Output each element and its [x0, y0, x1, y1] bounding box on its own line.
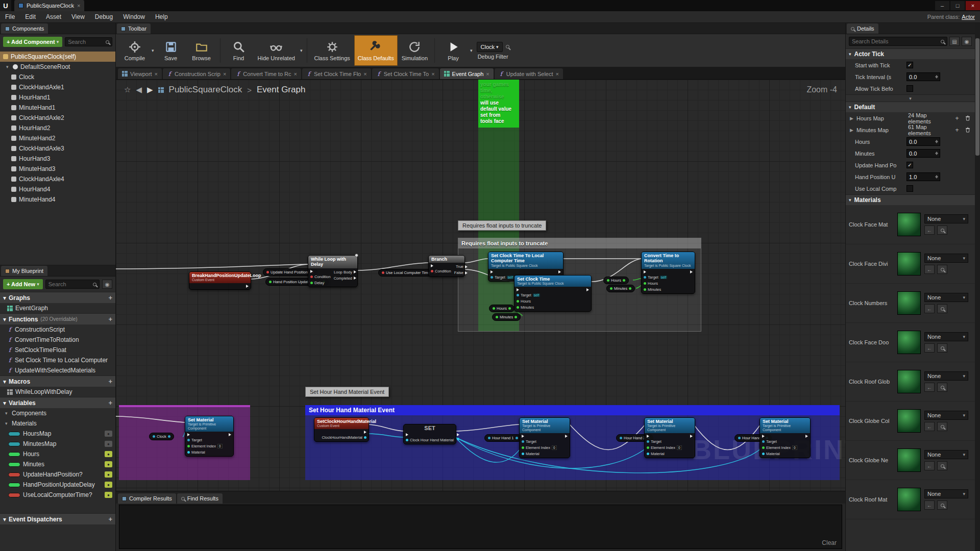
- browse-to-asset-icon[interactable]: [937, 383, 947, 392]
- tab-components[interactable]: Components: [1, 23, 48, 34]
- close-tab-icon[interactable]: ×: [556, 71, 559, 77]
- debug-object-dropdown[interactable]: Clock: [477, 42, 503, 52]
- close-tab-icon[interactable]: ×: [294, 71, 297, 77]
- event-graph-canvas[interactable]: your games time, otherwise will use defa…: [116, 80, 845, 491]
- class-defaults-button[interactable]: Class Defaults: [354, 35, 398, 66]
- find-button[interactable]: Find: [224, 35, 254, 66]
- clear-map-icon[interactable]: [964, 126, 972, 134]
- component-tree-item[interactable]: ClockHandAxle1: [0, 82, 115, 92]
- pill-hour-hand-1[interactable]: Hour Hand 1: [484, 434, 522, 442]
- menu-item[interactable]: Edit: [20, 11, 41, 22]
- variable-row[interactable]: HandPositionUpdateDelay ●: [0, 480, 115, 490]
- variable-row[interactable]: UseLocalComputerTime? ●: [0, 490, 115, 500]
- event-dispatchers-header[interactable]: ▾ Event Dispatchers +: [0, 513, 115, 524]
- macros-section-header[interactable]: ▾ Macros +: [0, 375, 115, 387]
- components-search[interactable]: [65, 37, 112, 46]
- tab-viewport[interactable]: Viewport×: [118, 68, 162, 79]
- menu-item[interactable]: Asset: [41, 11, 66, 22]
- node-set-clock-time[interactable]: Set Clock TimeTarget is Public Square Cl…: [514, 275, 592, 312]
- function-item[interactable]: f Set Clock Time to Local Computer: [0, 355, 115, 365]
- component-tree-item[interactable]: MinuteHand4: [0, 194, 115, 205]
- material-thumbnail[interactable]: [897, 370, 921, 393]
- property-matrix-icon[interactable]: ▤: [949, 37, 960, 46]
- node-set-material[interactable]: Set MaterialTarget is Primitive Componen…: [644, 417, 695, 458]
- clear-map-icon[interactable]: [964, 114, 972, 122]
- browse-to-asset-icon[interactable]: [937, 226, 947, 235]
- tab-construction-script[interactable]: fConstruction Scrip×: [163, 68, 230, 79]
- filter-eye-icon[interactable]: ◉: [102, 280, 112, 289]
- components-search-input[interactable]: [68, 39, 104, 45]
- material-thumbnail[interactable]: [897, 213, 921, 236]
- details-scrollbar[interactable]: [975, 23, 980, 551]
- close-tab-icon[interactable]: ×: [223, 71, 226, 77]
- function-item[interactable]: f ConstructionScript: [0, 324, 115, 335]
- use-selected-asset-icon[interactable]: ←: [924, 500, 935, 510]
- material-thumbnail[interactable]: [897, 409, 921, 433]
- tab-toolbar[interactable]: Toolbar: [117, 23, 151, 34]
- favorite-star-icon[interactable]: ☆: [124, 85, 131, 94]
- use-local-checkbox[interactable]: [906, 185, 913, 192]
- material-select-dropdown[interactable]: None▾: [924, 293, 968, 302]
- expander-icon[interactable]: ▶: [850, 116, 854, 121]
- hide-unrelated-button[interactable]: Hide Unrelated: [255, 35, 298, 66]
- material-select-dropdown[interactable]: None▾: [924, 450, 968, 459]
- breadcrumb-current[interactable]: Event Graph: [257, 85, 305, 95]
- menu-item[interactable]: View: [66, 11, 90, 22]
- material-select-dropdown[interactable]: None▾: [924, 411, 968, 420]
- function-item[interactable]: f UpdateWithSelectedMaterials: [0, 365, 115, 375]
- scrollbar-thumb[interactable]: [975, 38, 979, 156]
- variable-row[interactable]: Minutes ●: [0, 459, 115, 469]
- visibility-toggle-icon[interactable]: ●: [105, 441, 112, 447]
- browse-button[interactable]: Browse: [187, 35, 216, 66]
- simulation-button[interactable]: Simulation: [399, 35, 431, 66]
- hours-input[interactable]: 0.0: [906, 137, 940, 146]
- functions-section-header[interactable]: ▾ Functions (20 Overridable) +: [0, 313, 115, 324]
- pill-minutes-get[interactable]: Minutes: [606, 285, 635, 292]
- close-button[interactable]: ×: [966, 1, 980, 10]
- macro-item[interactable]: WhileLoopWithDelay: [0, 387, 115, 397]
- play-options-caret-icon[interactable]: ▾: [470, 48, 473, 53]
- expander-icon[interactable]: ▶: [850, 128, 854, 133]
- node-set-clock-hour-hand-material-event[interactable]: SetClockHourHandMaterialCustom Event Clo…: [314, 417, 369, 442]
- compile-button[interactable]: Compile: [120, 35, 150, 66]
- tab-my-blueprint[interactable]: My Blueprint: [1, 266, 47, 276]
- browse-to-asset-icon[interactable]: [937, 343, 947, 353]
- variable-row[interactable]: MinutesMap ●: [0, 439, 115, 449]
- node-branch[interactable]: Branch Condition True False: [428, 255, 465, 277]
- back-arrow-icon[interactable]: ◀: [136, 85, 142, 94]
- minutes-input[interactable]: 0.0: [906, 149, 940, 158]
- add-map-element-icon[interactable]: +: [953, 126, 961, 134]
- browse-to-asset-icon[interactable]: [937, 500, 947, 510]
- material-select-dropdown[interactable]: None▾: [924, 214, 968, 223]
- minimize-button[interactable]: –: [935, 1, 949, 10]
- browse-to-asset-icon[interactable]: [937, 304, 947, 313]
- add-dispatcher-icon[interactable]: +: [108, 515, 112, 523]
- graphs-section-header[interactable]: ▾ Graphs +: [0, 292, 115, 303]
- component-tree-item[interactable]: MinuteHand3: [0, 164, 115, 174]
- maximize-button[interactable]: □: [950, 1, 965, 10]
- node-break-hand-position-update-loop[interactable]: BreakHandPositionUpdateLoopCustom Event: [189, 271, 251, 290]
- actor-tick-section-header[interactable]: ▾ Actor Tick: [846, 48, 975, 59]
- variable-row[interactable]: UpdateHandPosition? ●: [0, 469, 115, 480]
- browse-to-asset-icon[interactable]: [937, 422, 947, 431]
- component-tree-item[interactable]: Clock: [0, 72, 115, 82]
- tab-find-results[interactable]: Find Results: [177, 493, 223, 504]
- add-graph-icon[interactable]: +: [108, 294, 112, 302]
- close-tab-icon[interactable]: ×: [486, 71, 489, 77]
- tab-compiler-results[interactable]: Compiler Results: [118, 493, 176, 504]
- material-thumbnail[interactable]: [897, 448, 921, 472]
- function-item[interactable]: f SetClockTimeFloat: [0, 345, 115, 355]
- tab-update-with-selected[interactable]: fUpdate with Select×: [495, 68, 563, 79]
- expander-icon[interactable]: ▾: [6, 64, 10, 69]
- pill-hours-get[interactable]: Hours: [603, 277, 629, 284]
- component-tree-item[interactable]: ClockHandAxle4: [0, 174, 115, 184]
- menu-item[interactable]: Debug: [90, 11, 118, 22]
- display-filter-eye-icon[interactable]: ◉: [962, 37, 972, 46]
- component-self-row[interactable]: PublicSquareClock(self): [0, 52, 115, 62]
- material-select-dropdown[interactable]: None▾: [924, 332, 968, 341]
- update-hand-checkbox[interactable]: ✓: [906, 162, 913, 168]
- debug-search-icon[interactable]: [506, 45, 509, 48]
- use-selected-asset-icon[interactable]: ←: [924, 343, 935, 353]
- node-convert-time-to-rotation[interactable]: Convert Time to RotationTarget is Public…: [641, 252, 695, 294]
- material-thumbnail[interactable]: [897, 291, 921, 315]
